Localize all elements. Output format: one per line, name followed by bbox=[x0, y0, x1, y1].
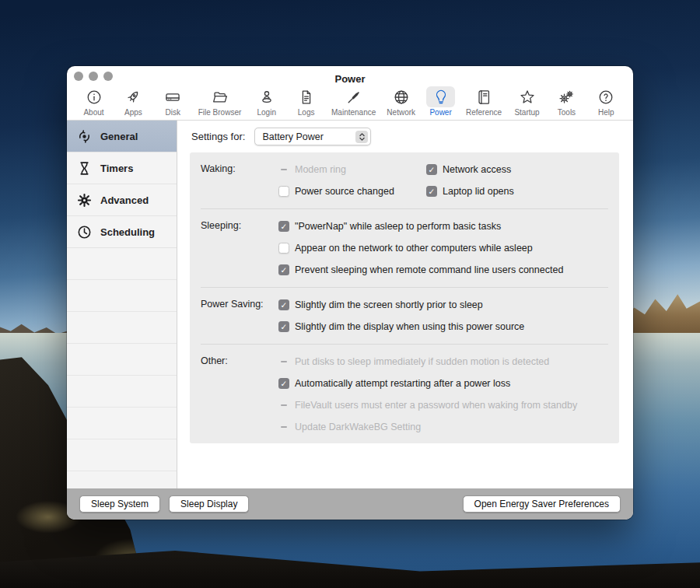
checkbox-item[interactable]: Prevent sleeping when remote command lin… bbox=[278, 263, 608, 277]
toolbar-item-label: Tools bbox=[558, 108, 576, 117]
document-icon bbox=[292, 86, 320, 107]
sidebar-empty-row bbox=[67, 471, 177, 488]
toolbar-item-network[interactable]: Network bbox=[387, 86, 415, 117]
checkbox-item[interactable]: Power source changed bbox=[278, 184, 426, 198]
main-area: GeneralTimersAdvancedScheduling Settings… bbox=[67, 121, 633, 488]
toolbar-item-label: Help bbox=[598, 108, 614, 117]
drive-icon bbox=[159, 86, 187, 107]
section-label: Power Saving: bbox=[201, 298, 278, 334]
checkbox-label: Prevent sleeping when remote command lin… bbox=[295, 264, 563, 275]
checkbox-checked-icon[interactable] bbox=[278, 264, 289, 275]
toolbar-item-file-browser[interactable]: File Browser bbox=[198, 86, 242, 117]
sidebar: GeneralTimersAdvancedScheduling bbox=[67, 121, 177, 488]
settings-section-power-saving: Power Saving:Slightly dim the screen sho… bbox=[190, 288, 619, 344]
settings-section-other: Other:Put disks to sleep immediately if … bbox=[190, 345, 619, 443]
toolbar-item-maintenance[interactable]: Maintenance bbox=[331, 86, 376, 117]
info-icon bbox=[79, 86, 108, 107]
checkbox-label: Automatically attempt restarting after a… bbox=[295, 378, 510, 389]
traffic-lights bbox=[74, 72, 113, 81]
sidebar-item-general[interactable]: General bbox=[67, 121, 177, 152]
content-pane: Settings for: Battery Power Waking:Modem… bbox=[177, 121, 633, 488]
checkbox-item[interactable]: Appear on the network to other computers… bbox=[278, 241, 608, 255]
checkbox-checked-icon[interactable] bbox=[426, 186, 437, 197]
checkbox-checked-icon[interactable] bbox=[426, 164, 437, 175]
settings-panel: Waking:Modem ringNetwork accessPower sou… bbox=[190, 152, 619, 443]
checkbox-item[interactable]: FileVault users must enter a password wh… bbox=[278, 398, 608, 412]
toolbar-item-label: Maintenance bbox=[331, 108, 376, 117]
toolbar-item-startup[interactable]: Startup bbox=[513, 86, 541, 117]
globe-icon bbox=[387, 86, 415, 107]
minimize-window-button[interactable] bbox=[89, 72, 98, 81]
zoom-window-button[interactable] bbox=[103, 72, 113, 81]
checkbox-item[interactable]: Slightly dim the display when using this… bbox=[278, 320, 608, 334]
checkbox-label: Update DarkWakeBG Setting bbox=[295, 422, 421, 432]
stepper-icon[interactable] bbox=[355, 131, 368, 143]
checkbox-dash-icon[interactable] bbox=[278, 400, 289, 411]
checkbox-label: Laptop lid opens bbox=[443, 186, 514, 197]
power-source-select[interactable]: Battery Power bbox=[254, 128, 371, 145]
section-label: Waking: bbox=[201, 163, 278, 198]
checkbox-item[interactable]: Automatically attempt restarting after a… bbox=[278, 376, 608, 390]
section-label: Other: bbox=[201, 355, 278, 434]
checkbox-label: Appear on the network to other computers… bbox=[295, 243, 533, 254]
sidebar-empty-row bbox=[67, 312, 177, 344]
gears-icon bbox=[552, 86, 581, 107]
open-energy-saver-preferences-button[interactable]: Open Energy Saver Preferences bbox=[463, 495, 621, 513]
section-items: Put disks to sleep immediately if sudden… bbox=[278, 355, 608, 434]
checkbox-label: Network access bbox=[443, 164, 511, 175]
sidebar-item-label: Advanced bbox=[100, 194, 149, 206]
sync-icon bbox=[76, 128, 93, 145]
sleep-display-button[interactable]: Sleep Display bbox=[169, 495, 249, 513]
checkbox-item[interactable]: "PowerNap" while asleep to perform basic… bbox=[278, 219, 608, 233]
checkbox-item[interactable]: Update DarkWakeBG Setting bbox=[278, 420, 608, 434]
toolbar-item-apps[interactable]: Apps bbox=[119, 86, 148, 117]
sleep-system-button[interactable]: Sleep System bbox=[79, 495, 160, 513]
toolbar-item-label: Startup bbox=[514, 108, 539, 117]
settings-section-waking: Waking:Modem ringNetwork accessPower sou… bbox=[190, 152, 619, 208]
lightbulb-icon bbox=[426, 86, 455, 107]
checkbox-dash-icon[interactable] bbox=[278, 422, 289, 432]
sidebar-item-timers[interactable]: Timers bbox=[67, 152, 177, 184]
checkbox-item[interactable]: Put disks to sleep immediately if sudden… bbox=[278, 355, 608, 369]
checkbox-unchecked-icon[interactable] bbox=[278, 186, 289, 197]
window-titlebar: Power bbox=[67, 66, 633, 86]
toolbar-item-logs[interactable]: Logs bbox=[292, 86, 320, 117]
sidebar-item-scheduling[interactable]: Scheduling bbox=[67, 216, 177, 248]
checkbox-dash-icon[interactable] bbox=[278, 164, 289, 175]
toolbar-item-tools[interactable]: Tools bbox=[552, 86, 581, 117]
power-source-select-value: Battery Power bbox=[262, 131, 324, 142]
gear-icon bbox=[76, 192, 93, 208]
checkbox-item[interactable]: Network access bbox=[426, 163, 608, 177]
toolbar-item-about[interactable]: About bbox=[79, 86, 108, 117]
toolbar-item-label: Power bbox=[429, 108, 451, 117]
checkbox-unchecked-icon[interactable] bbox=[278, 243, 289, 254]
toolbar-item-help[interactable]: Help bbox=[592, 86, 621, 117]
app-window: Power AboutAppsDiskFile BrowserLoginLogs… bbox=[67, 66, 633, 520]
checkbox-label: Modem ring bbox=[295, 164, 346, 175]
toolbar-item-label: About bbox=[83, 108, 103, 117]
checkbox-checked-icon[interactable] bbox=[278, 221, 289, 232]
sidebar-item-label: Timers bbox=[100, 163, 133, 174]
user-icon bbox=[252, 86, 281, 107]
toolbar-item-disk[interactable]: Disk bbox=[159, 86, 187, 117]
checkbox-checked-icon[interactable] bbox=[278, 299, 289, 310]
checkbox-label: Power source changed bbox=[295, 186, 394, 197]
clock-icon bbox=[76, 224, 93, 240]
toolbar-item-label: Login bbox=[257, 108, 275, 117]
checkbox-dash-icon[interactable] bbox=[278, 356, 289, 367]
checkbox-item[interactable]: Modem ring bbox=[278, 163, 426, 177]
checkbox-checked-icon[interactable] bbox=[278, 321, 289, 332]
close-window-button[interactable] bbox=[74, 72, 83, 81]
sidebar-item-advanced[interactable]: Advanced bbox=[67, 184, 177, 216]
toolbar-item-reference[interactable]: Reference bbox=[466, 86, 502, 117]
sidebar-empty-row bbox=[67, 280, 177, 312]
checkbox-item[interactable]: Slightly dim the screen shortly prior to… bbox=[278, 298, 608, 312]
book-icon bbox=[470, 86, 499, 107]
checkbox-item[interactable]: Laptop lid opens bbox=[426, 184, 608, 198]
checkbox-checked-icon[interactable] bbox=[278, 378, 289, 389]
toolbar-item-power[interactable]: Power bbox=[426, 86, 455, 117]
checkbox-label: Slightly dim the display when using this… bbox=[295, 321, 524, 332]
hourglass-icon bbox=[76, 160, 93, 177]
section-items: Modem ringNetwork accessPower source cha… bbox=[278, 163, 608, 198]
toolbar-item-login[interactable]: Login bbox=[252, 86, 281, 117]
